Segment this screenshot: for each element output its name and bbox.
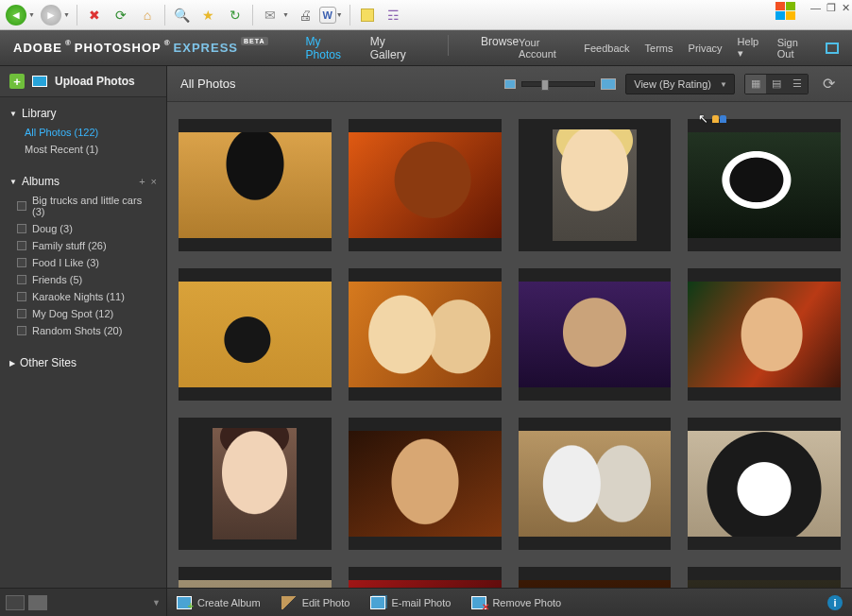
link-feedback[interactable]: Feedback	[584, 43, 629, 54]
remove-album-icon[interactable]: ×	[151, 176, 157, 187]
checkbox-icon[interactable]	[17, 326, 26, 335]
separator	[252, 5, 253, 26]
sidebar-album-item[interactable]: Karaoke Nights (11)	[0, 288, 166, 305]
separator	[77, 5, 77, 26]
browser-toolbar: ◄ ▼ ► ▼ ✖ ⟳ ⌂ 🔍 ★ ↻ ✉ ▼ 🖨 W ▼ ☶ — ❐ ✕	[0, 0, 852, 30]
email-photo-button[interactable]: E-mail Photo	[370, 596, 451, 609]
sidebar-album-item[interactable]: Random Shots (20)	[0, 322, 166, 339]
photo-thumbnail[interactable]	[688, 418, 841, 550]
thumbnail-image	[179, 580, 332, 588]
link-help[interactable]: Help ▾	[738, 36, 762, 60]
note-icon[interactable]	[355, 3, 380, 27]
fullscreen-icon[interactable]	[826, 43, 839, 54]
checkbox-icon[interactable]	[17, 201, 26, 211]
close-button[interactable]: ✕	[842, 2, 850, 14]
thumbnail-image	[688, 132, 841, 238]
edit-dropdown[interactable]: ▼	[336, 11, 343, 18]
photo-thumbnail[interactable]	[349, 567, 502, 588]
remove-photo-button[interactable]: Remove Photo	[471, 596, 561, 609]
photo-thumbnail[interactable]	[179, 567, 332, 588]
create-album-button[interactable]: Create Album	[177, 596, 261, 609]
other-sites-header[interactable]: ▶ Other Sites	[0, 352, 166, 373]
photo-thumbnail[interactable]	[349, 418, 502, 550]
grid-mode-button[interactable]	[28, 595, 47, 610]
forward-history-dropdown[interactable]: ▼	[63, 11, 70, 18]
refresh-icon[interactable]: ⟳	[109, 3, 133, 27]
history-icon[interactable]: ↻	[223, 3, 247, 27]
sidebar-item-all-photos[interactable]: All Photos (122)	[0, 124, 166, 141]
sidebar-album-item[interactable]: My Dog Spot (12)	[0, 305, 166, 322]
photo-thumbnail[interactable]	[519, 119, 672, 251]
albums-header[interactable]: ▼ Albums + ×	[0, 171, 166, 192]
thumbnail-image	[519, 580, 672, 588]
photo-thumbnail[interactable]	[688, 119, 841, 251]
photo-thumbnail[interactable]	[688, 567, 841, 588]
favorites-icon[interactable]: ★	[196, 3, 221, 27]
link-your-account[interactable]: Your Account	[519, 37, 569, 60]
sidebar-album-item[interactable]: Food I Like (3)	[0, 254, 166, 271]
link-sign-out[interactable]: Sign Out	[777, 37, 810, 60]
word-icon[interactable]: W	[319, 7, 336, 24]
print-icon[interactable]: 🖨	[293, 3, 317, 27]
albums-section: ▼ Albums + × Big trucks and little cars …	[0, 165, 166, 347]
photo-thumbnail[interactable]	[179, 119, 332, 251]
checkbox-icon[interactable]	[17, 292, 26, 301]
checkbox-icon[interactable]	[17, 275, 26, 284]
page-title: All Photos	[180, 77, 236, 91]
link-privacy[interactable]: Privacy	[689, 43, 723, 54]
sidebar-album-item[interactable]: Big trucks and little cars (3)	[0, 192, 166, 220]
back-history-dropdown[interactable]: ▼	[28, 11, 35, 18]
account-nav: Your Account Feedback Terms Privacy Help…	[519, 36, 839, 60]
photo-thumbnail[interactable]	[519, 268, 672, 401]
sidebar: + Upload Photos ▼ Library All Photos (12…	[0, 66, 167, 588]
size-slider[interactable]	[521, 81, 595, 87]
stop-icon[interactable]: ✖	[82, 3, 107, 27]
grid-view-button[interactable]: ▦	[745, 75, 766, 94]
mail-icon[interactable]: ✉	[258, 3, 282, 27]
link-terms[interactable]: Terms	[645, 43, 673, 54]
sidebar-options-dropdown[interactable]: ▼	[152, 598, 161, 607]
discuss-icon[interactable]: ☶	[382, 3, 406, 27]
minimize-button[interactable]: —	[810, 2, 821, 14]
sidebar-album-item[interactable]: Friends (5)	[0, 271, 166, 288]
sidebar-item-most-recent[interactable]: Most Recent (1)	[0, 141, 166, 158]
nav-back-button[interactable]: ◄	[4, 3, 28, 27]
checkbox-icon[interactable]	[17, 241, 26, 250]
home-icon[interactable]: ⌂	[135, 3, 160, 27]
nav-my-photos[interactable]: My Photos	[306, 35, 351, 61]
photo-thumbnail[interactable]	[519, 567, 672, 588]
view-sort-dropdown[interactable]: View (By Rating)	[625, 74, 735, 94]
small-thumb-icon[interactable]	[504, 79, 516, 89]
checkbox-icon[interactable]	[17, 258, 26, 267]
sidebar-album-item[interactable]: Doug (3)	[0, 220, 166, 237]
action-label: Create Album	[197, 597, 261, 608]
info-button[interactable]: i	[827, 595, 843, 610]
list-view-button[interactable]: ☰	[787, 75, 808, 94]
nav-browse[interactable]: Browse	[481, 35, 519, 61]
photo-thumbnail[interactable]	[179, 418, 332, 550]
sidebar-album-item[interactable]: Family stuff (26)	[0, 237, 166, 254]
tile-view-button[interactable]: ▤	[766, 75, 787, 94]
mail-dropdown[interactable]: ▼	[282, 11, 289, 18]
large-thumb-icon[interactable]	[601, 78, 616, 90]
photo-thumbnail[interactable]	[349, 119, 502, 251]
restore-button[interactable]: ❐	[826, 2, 836, 14]
refresh-button[interactable]: ⟳	[818, 75, 839, 94]
nav-forward-button[interactable]: ►	[39, 3, 63, 27]
checkbox-icon[interactable]	[17, 224, 26, 233]
nav-my-gallery[interactable]: My Gallery	[370, 35, 417, 61]
album-label: Doug (3)	[32, 223, 73, 234]
photo-thumbnail[interactable]	[519, 418, 672, 550]
photo-thumbnail[interactable]	[179, 268, 332, 401]
photo-thumbnail[interactable]	[349, 268, 502, 401]
photo-thumbnail[interactable]	[688, 268, 841, 401]
slider-handle[interactable]	[541, 79, 549, 91]
add-album-icon[interactable]: +	[139, 176, 145, 187]
filmstrip-mode-button[interactable]	[6, 595, 25, 610]
separator	[349, 5, 350, 26]
checkbox-icon[interactable]	[17, 309, 26, 318]
edit-photo-button[interactable]: Edit Photo	[281, 596, 350, 609]
library-header[interactable]: ▼ Library	[0, 103, 166, 124]
search-icon[interactable]: 🔍	[170, 3, 195, 27]
upload-photos-button[interactable]: + Upload Photos	[0, 66, 166, 97]
